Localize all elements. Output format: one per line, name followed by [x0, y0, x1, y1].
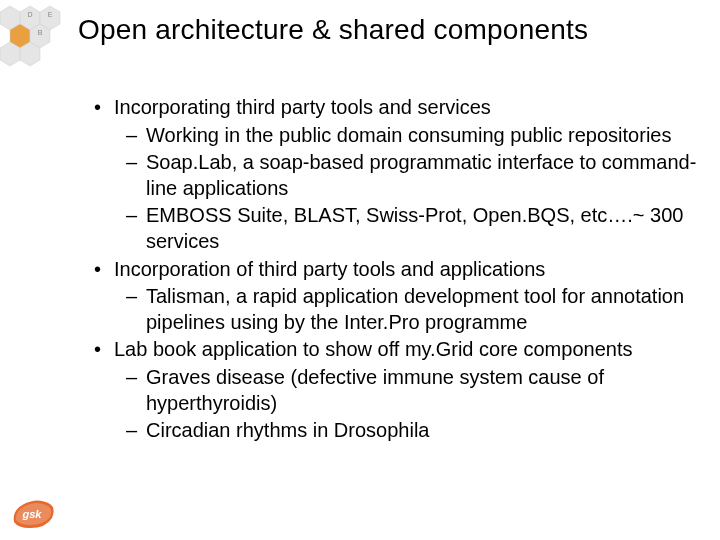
bullet-level2: Soap.Lab, a soap-based programmatic inte…: [90, 150, 700, 201]
svg-text:E: E: [48, 11, 53, 18]
gsk-logo-icon: gsk: [10, 496, 56, 532]
gsk-logo-text: gsk: [22, 508, 43, 520]
bullet-level2: Working in the public domain consuming p…: [90, 123, 700, 149]
bullet-level1: Incorporation of third party tools and a…: [90, 257, 700, 283]
hexagon-decor-icon: D E B: [0, 0, 70, 80]
bullet-level1: Incorporating third party tools and serv…: [90, 95, 700, 121]
slide-title: Open architecture & shared components: [78, 14, 588, 46]
svg-text:D: D: [27, 11, 32, 18]
bullet-level2: Circadian rhythms in Drosophila: [90, 418, 700, 444]
bullet-level2: Talisman, a rapid application developmen…: [90, 284, 700, 335]
slide: D E B Open architecture & shared compone…: [0, 0, 720, 540]
bullet-level2: EMBOSS Suite, BLAST, Swiss-Prot, Open.BQ…: [90, 203, 700, 254]
slide-body: Incorporating third party tools and serv…: [90, 95, 700, 446]
bullet-level2: Graves disease (defective immune system …: [90, 365, 700, 416]
svg-text:B: B: [38, 29, 43, 36]
bullet-level1: Lab book application to show off my.Grid…: [90, 337, 700, 363]
